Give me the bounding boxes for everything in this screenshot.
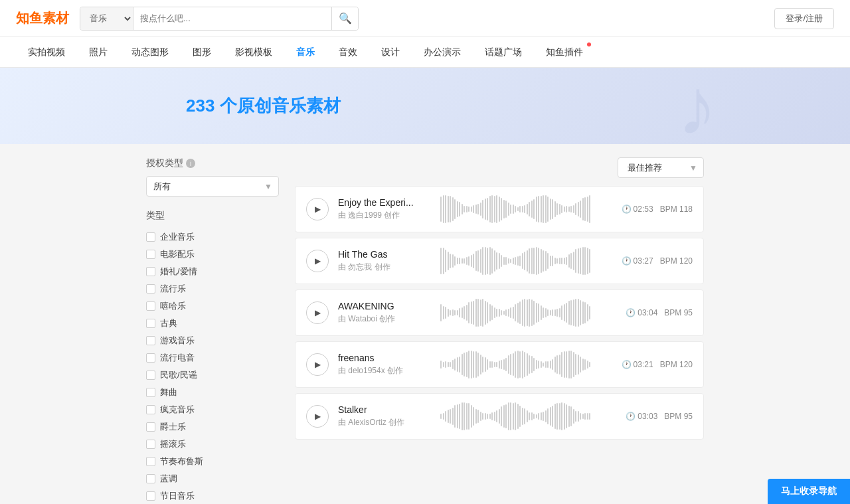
nav-item-plugin[interactable]: 知鱼插件: [534, 37, 595, 68]
type-checkbox[interactable]: [146, 491, 155, 501]
type-item[interactable]: 流行电音: [146, 349, 279, 367]
type-checkbox[interactable]: [146, 353, 155, 363]
nav-item-yingshi[interactable]: 影视模板: [223, 37, 284, 68]
waveform-bar: [559, 355, 560, 375]
waveform-bar: [545, 195, 547, 222]
type-item[interactable]: 节日音乐: [146, 487, 279, 504]
sort-select[interactable]: 最佳推荐 最新上传 最多收藏: [618, 157, 704, 178]
type-checkbox[interactable]: [146, 319, 155, 328]
sort-select-wrap: 最佳推荐 最新上传 最多收藏 ▼: [618, 157, 704, 178]
waveform-bar: [445, 361, 446, 367]
search-input[interactable]: [133, 7, 331, 30]
waveform-bar: [566, 351, 567, 378]
type-checkbox[interactable]: [146, 336, 155, 345]
type-checkbox[interactable]: [146, 301, 155, 311]
type-item[interactable]: 摇滚乐: [146, 436, 279, 453]
type-item[interactable]: 节奏布鲁斯: [146, 453, 279, 470]
waveform-bar: [452, 254, 454, 268]
waveform-bar: [459, 202, 460, 216]
type-checkbox[interactable]: [146, 232, 155, 242]
nav-item-yinyue[interactable]: 音乐: [284, 37, 327, 68]
type-checkbox[interactable]: [146, 422, 155, 432]
type-item[interactable]: 疯克音乐: [146, 401, 279, 418]
type-checkbox[interactable]: [146, 440, 155, 449]
waveform-bar: [538, 248, 539, 275]
track-item[interactable]: ▶ Enjoy the Experi... 由 逸白1999 创作 🕐 02:5…: [295, 186, 704, 232]
waveform-bar: [550, 407, 551, 426]
type-item[interactable]: 流行乐: [146, 280, 279, 297]
nav-item-huati[interactable]: 话题广场: [473, 37, 534, 68]
type-checkbox[interactable]: [146, 371, 155, 380]
type-checkbox[interactable]: [146, 388, 155, 397]
waveform-bar: [554, 309, 556, 316]
waveform-bar: [487, 302, 488, 323]
waveform-bar: [491, 305, 493, 321]
nav-item-yinxiao[interactable]: 音效: [327, 37, 369, 68]
track-item[interactable]: ▶ Stalker 由 AlexisOrtiz 创作 🕐 03:03 BPM 9…: [295, 393, 704, 440]
type-checkbox[interactable]: [146, 474, 155, 483]
track-item[interactable]: ▶ freenans 由 delo1954x 创作 🕐 03:21 BPM 12…: [295, 341, 704, 388]
nav-item-shipai[interactable]: 实拍视频: [16, 37, 77, 68]
waveform-bar: [522, 408, 523, 426]
bottom-promo[interactable]: 马上收录导航: [768, 479, 850, 504]
type-checkbox[interactable]: [146, 250, 155, 259]
waveform-bar: [459, 258, 460, 264]
type-checkbox[interactable]: [146, 405, 155, 414]
type-checkbox[interactable]: [146, 284, 155, 294]
nav-item-dongtai[interactable]: 动态图形: [120, 37, 181, 68]
waveform-bar: [522, 206, 523, 213]
play-button[interactable]: ▶: [306, 250, 329, 272]
waveform-bar: [531, 201, 533, 218]
type-item[interactable]: 民歌/民谣: [146, 367, 279, 384]
waveform-bar: [568, 351, 570, 378]
waveform-bar: [457, 201, 458, 217]
waveform-bar: [454, 310, 456, 315]
waveform-bar: [517, 256, 519, 266]
track-bpm: BPM 120: [660, 256, 693, 266]
track-meta: 🕐 03:04 BPM 95: [600, 308, 693, 317]
type-item[interactable]: 舞曲: [146, 384, 279, 401]
login-button[interactable]: 登录/注册: [774, 8, 834, 29]
nav-item-zhaopian[interactable]: 照片: [77, 37, 120, 68]
type-item[interactable]: 游戏音乐: [146, 332, 279, 349]
type-item[interactable]: 企业音乐: [146, 228, 279, 246]
search-button[interactable]: 🔍: [331, 7, 358, 30]
play-button[interactable]: ▶: [306, 198, 329, 220]
waveform-bar: [475, 205, 477, 213]
waveform-bar: [508, 258, 509, 264]
waveform-bar: [582, 247, 584, 275]
waveform-bar: [499, 409, 500, 424]
waveform-bar: [452, 408, 454, 426]
waveform-bar: [587, 197, 588, 222]
play-button[interactable]: ▶: [306, 405, 329, 428]
logo[interactable]: 知鱼素材: [16, 9, 69, 27]
nav-item-sheji[interactable]: 设计: [369, 37, 412, 68]
license-select[interactable]: 所有 商用授权 编辑授权: [146, 176, 279, 197]
waveform-bar: [564, 351, 565, 378]
search-category-select[interactable]: 音乐 图形 照片: [80, 7, 133, 30]
type-item[interactable]: 蓝调: [146, 470, 279, 487]
waveform-bar: [452, 197, 454, 221]
play-button[interactable]: ▶: [306, 301, 329, 324]
waveform-bar: [541, 361, 542, 367]
waveform-bar: [466, 352, 468, 377]
waveform-bar: [468, 403, 469, 429]
nav-item-bangong[interactable]: 办公演示: [412, 37, 473, 68]
play-button[interactable]: ▶: [306, 353, 329, 376]
type-item[interactable]: 爵士乐: [146, 418, 279, 436]
track-item[interactable]: ▶ AWAKENING 由 Wataboi 创作 🕐 03:04 BPM 95: [295, 290, 704, 336]
waveform-bar: [575, 203, 576, 215]
track-item[interactable]: ▶ Hit The Gas 由 勿忘我 创作 🕐 03:27 BPM 120: [295, 238, 704, 284]
waveform-bar: [543, 363, 544, 367]
waveform-bar: [515, 206, 516, 212]
type-checkbox[interactable]: [146, 457, 155, 466]
nav-item-tuxing[interactable]: 图形: [181, 37, 223, 68]
waveform-bar: [450, 254, 451, 268]
type-item[interactable]: 嘻哈乐: [146, 297, 279, 315]
type-item[interactable]: 婚礼/爱情: [146, 263, 279, 280]
type-checkbox[interactable]: [146, 267, 155, 276]
clock-icon: 🕐: [626, 308, 636, 317]
waveform-bar: [464, 353, 465, 377]
type-item[interactable]: 电影配乐: [146, 246, 279, 263]
type-item[interactable]: 古典: [146, 315, 279, 332]
